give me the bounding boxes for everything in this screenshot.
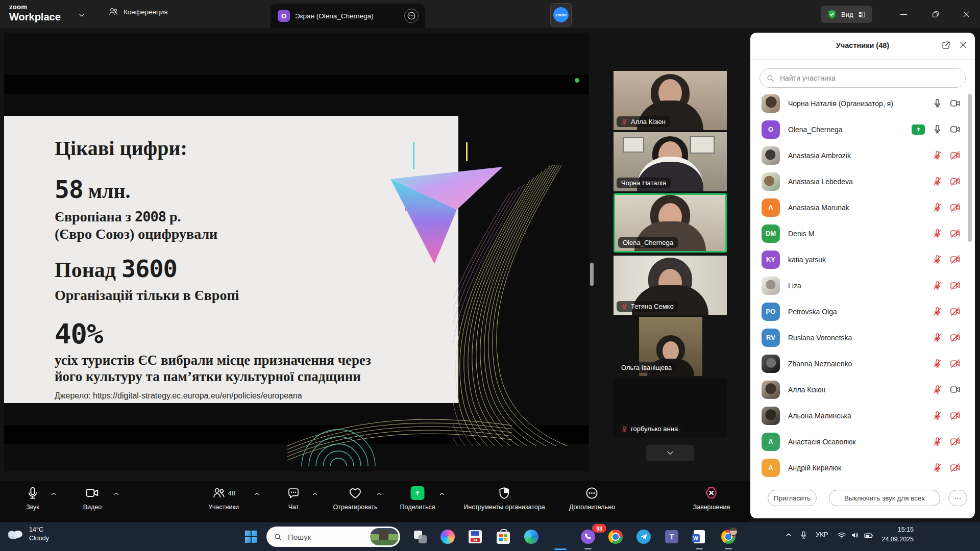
tray-volume-icon[interactable]: [850, 531, 860, 540]
avatar: [762, 94, 780, 113]
slide-stat1-number: 58 млн.: [55, 175, 131, 204]
tab-screen-share[interactable]: O Экран (Olena_Chernega): [271, 4, 425, 28]
chat-options-chevron[interactable]: [311, 490, 318, 497]
participant-row[interactable]: Альона Малинська: [750, 403, 975, 429]
participant-row[interactable]: RV Ruslana Voronetska: [750, 324, 975, 350]
avatar: DM: [762, 224, 780, 243]
chrome-profile-icon[interactable]: [720, 529, 737, 545]
participant-row[interactable]: O Olena_Chernega: [750, 116, 975, 142]
word-icon[interactable]: W: [691, 529, 707, 545]
telegram-icon[interactable]: [635, 529, 652, 545]
popout-icon[interactable]: [941, 40, 951, 50]
host-tools-button[interactable]: Инструменты организатора: [463, 486, 545, 511]
shield-icon: [497, 486, 511, 500]
chat-button[interactable]: Чат: [287, 486, 301, 511]
share-button[interactable]: Поделиться: [400, 486, 435, 511]
tray-battery-icon[interactable]: [864, 531, 874, 541]
participant-search-input[interactable]: [779, 73, 959, 83]
participant-row[interactable]: Zhanna Neznaienko: [750, 350, 975, 377]
participant-row[interactable]: Liza: [750, 272, 975, 298]
video-thumbnail[interactable]: Ольга Іваніщева: [614, 317, 727, 376]
participant-name: Liza: [788, 282, 801, 290]
zoom-workplace-logo: zoom Workplace: [9, 4, 61, 22]
task-view-icon[interactable]: [412, 529, 428, 545]
tray-mic-icon[interactable]: [799, 531, 808, 539]
screen-sharing-icon: [912, 124, 925, 135]
tray-wifi-icon[interactable]: [837, 531, 846, 540]
participant-row[interactable]: DM Denis M: [750, 220, 975, 246]
thumbnails-collapse-button[interactable]: [646, 445, 694, 461]
invite-button[interactable]: Пригласить: [768, 490, 817, 506]
taskbar-search[interactable]: [266, 527, 400, 547]
mute-all-button[interactable]: Выключить звук для всех: [829, 490, 940, 506]
teams-icon[interactable]: T: [664, 529, 680, 545]
wall-frame: [690, 136, 715, 154]
participant-row[interactable]: Anastasia Lebedeva: [750, 168, 975, 194]
participant-row[interactable]: Алла Кізюн: [750, 377, 975, 403]
video-thumbnail-active-speaker[interactable]: Olena_Chernega: [614, 193, 727, 253]
react-button[interactable]: Отреагировать: [333, 486, 377, 511]
tab-options-button[interactable]: [404, 9, 419, 23]
tray-language[interactable]: УКР: [816, 531, 828, 538]
app-titlebar: zoom Workplace Конференция O Экран (Olen…: [0, 0, 980, 28]
commander-app-icon[interactable]: 64: [467, 529, 483, 545]
muted-mic-icon: [621, 425, 628, 432]
camera-on-icon: [950, 124, 961, 135]
taskbar-search-input[interactable]: [287, 532, 355, 542]
meeting-toolbar: Звук Видео 48 Участники Чат Отреагироват…: [0, 481, 750, 522]
microsoft-store-icon[interactable]: [495, 529, 511, 545]
shield-check-icon: [827, 9, 837, 19]
start-button[interactable]: [243, 529, 259, 545]
video-thumbnail[interactable]: Тетяна Семко: [614, 256, 727, 315]
tab-meeting[interactable]: Конференция: [108, 7, 168, 17]
restore-button[interactable]: [928, 7, 943, 21]
view-button[interactable]: Вид: [821, 6, 872, 23]
video-button[interactable]: Видео: [83, 486, 102, 511]
chrome-icon[interactable]: [607, 529, 624, 545]
more-button[interactable]: Дополнительно: [569, 486, 615, 511]
participant-name: Алла Кізюн: [788, 386, 825, 394]
mic-off-icon: [933, 229, 942, 238]
audio-options-chevron[interactable]: [50, 490, 57, 497]
tray-clock[interactable]: 15:15 24.09.2025: [881, 525, 914, 544]
taskbar-weather-widget[interactable]: 14°CCloudy: [6, 525, 49, 543]
video-thumbnail-camera-off[interactable]: горбулько анна: [614, 378, 727, 437]
zoom-app-icon-active[interactable]: zoom: [550, 3, 572, 27]
minimize-button[interactable]: [896, 7, 911, 21]
video-thumbnail[interactable]: Чорна Наталія: [614, 132, 727, 191]
mic-on-icon: [933, 98, 942, 108]
participants-scrollbar[interactable]: [968, 94, 972, 242]
shared-screen-scrollbar[interactable]: [590, 263, 594, 286]
participants-options-chevron[interactable]: [253, 490, 260, 497]
tray-expand-chevron[interactable]: [785, 531, 793, 539]
participant-row[interactable]: PO Petrovska Olga: [750, 298, 975, 324]
participant-row[interactable]: Чорна Наталія (Организатор, я): [750, 90, 975, 116]
footer-more-button[interactable]: ⋯: [948, 490, 967, 506]
viber-notification-badge: 93: [592, 524, 606, 533]
participant-name: Olena_Chernega: [788, 126, 843, 134]
participants-panel: Участники (48) Чорна Наталія (Организато…: [750, 33, 975, 518]
participant-row[interactable]: A Анастасія Осаволюк: [750, 429, 975, 455]
close-button[interactable]: [959, 7, 974, 21]
camera-off-icon: [950, 436, 961, 447]
participant-name: Ruslana Voronetska: [788, 334, 852, 342]
video-options-chevron[interactable]: [113, 490, 120, 497]
thumbnail-name-label: Алла Кізюн: [617, 116, 670, 127]
slide-title: Цікаві цифри:: [55, 136, 187, 160]
participant-search[interactable]: [760, 68, 966, 88]
participant-row[interactable]: A Андрій Кирилюк: [750, 455, 975, 481]
participants-button[interactable]: 48 Участники: [208, 486, 239, 511]
participant-row[interactable]: Anastasia Ambrozik: [750, 142, 975, 168]
participant-row[interactable]: KY katia yatsuk: [750, 246, 975, 272]
participant-row[interactable]: A Anastasia Marunak: [750, 194, 975, 220]
end-meeting-button[interactable]: Завершение: [693, 486, 730, 511]
video-thumbnail[interactable]: Алла Кізюн: [614, 71, 727, 130]
panel-close-icon[interactable]: [959, 40, 968, 49]
share-options-chevron[interactable]: [438, 490, 446, 497]
edge-icon[interactable]: [523, 529, 540, 545]
audio-button[interactable]: Звук: [26, 486, 40, 511]
workspace-chevron-down-icon[interactable]: [78, 11, 86, 19]
copilot-icon[interactable]: [439, 529, 456, 545]
react-options-chevron[interactable]: [376, 490, 383, 497]
slide-stat3-number: 40%: [55, 318, 103, 350]
